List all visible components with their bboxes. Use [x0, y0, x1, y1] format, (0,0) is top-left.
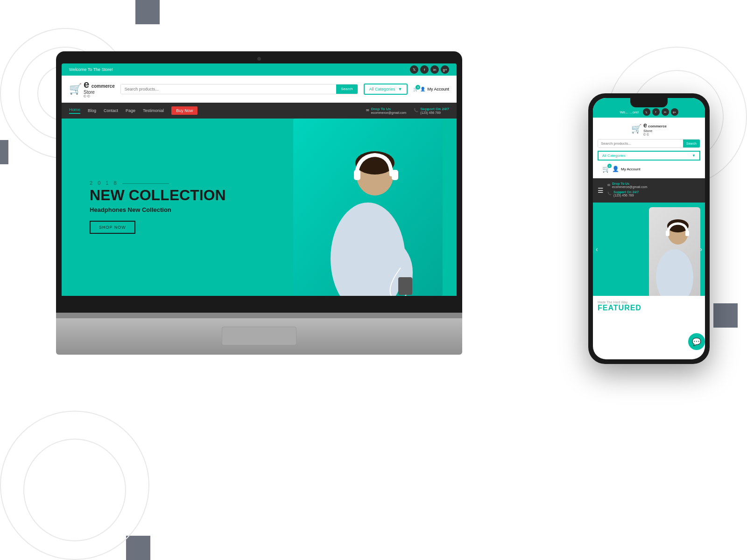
phone-facebook-icon: f [652, 108, 660, 116]
phone-user-icon: 👤 [612, 166, 619, 172]
phone-categories-label: All Categories [602, 154, 626, 158]
phone-googleplus-icon: g+ [671, 108, 678, 116]
phone-support-label: Support On 24/7 [613, 190, 639, 194]
laptop-base [56, 313, 462, 355]
phone-contact-info: ✉ Drop To Us ecommerce@gmail.com 📞 Suppo… [607, 182, 700, 199]
phone-my-account: My Account [621, 167, 640, 171]
phone-drop-to-info: Drop To Us ecommerce@gmail.com [612, 182, 648, 189]
support-label: Support On 24/7 [420, 107, 449, 111]
phone-person-svg [649, 207, 700, 296]
site-search[interactable]: Search [120, 84, 358, 94]
phone-screen: We... ...ore! 𝕏 f in g+ 🛒 e [593, 98, 705, 359]
nav-drop-to: ✉ Drop To Us ecommerce@gmail.com [366, 107, 407, 114]
hero-person-svg [293, 119, 443, 296]
deco-rect-2 [713, 303, 738, 328]
phone-cart-badge: 0 [607, 164, 612, 168]
svg-rect-4 [392, 170, 398, 180]
scene: Welcome To The Store! 𝕏 f in g+ 🛒 [0, 0, 747, 560]
nav-support: 📞 Support On 24/7 (123) 456 789 [414, 107, 449, 114]
laptop-hinge [56, 313, 462, 318]
categories-label: All Categories [369, 87, 395, 91]
logo-e: e [84, 78, 89, 90]
phone-drop-to: ✉ Drop To Us ecommerce@gmail.com [607, 182, 700, 189]
phone-twitter-icon: 𝕏 [643, 108, 650, 116]
nav-page[interactable]: Page [126, 108, 135, 113]
phone-search-button[interactable]: Search [683, 140, 700, 147]
phone-drop-label: Drop To Us [612, 182, 648, 185]
hero-image [293, 119, 443, 296]
cart-badge: 0 [416, 85, 420, 90]
phone-drop-email: ecommerce@gmail.com [612, 185, 648, 189]
shop-now-button[interactable]: SHOP NOW [90, 221, 135, 234]
buy-now-button[interactable]: Buy Now [171, 106, 197, 115]
drop-to-email: ecommerce@gmail.com [371, 111, 407, 114]
linkedin-icon: in [430, 65, 439, 74]
phone-linkedin-icon: in [662, 108, 669, 116]
search-button[interactable]: Search [336, 84, 357, 94]
phone-hero-image [649, 207, 700, 296]
laptop-screen-outer: Welcome To The Store! 𝕏 f in g+ 🛒 [56, 51, 462, 315]
search-input[interactable] [121, 84, 336, 94]
phone-logo-commerce: commerce [648, 124, 667, 128]
phone-notch [630, 98, 668, 107]
categories-dropdown[interactable]: All Categories ▼ [364, 84, 408, 95]
hero-title: NEW COLLECTION [90, 188, 226, 203]
phone-hero-next[interactable]: › [700, 245, 702, 253]
chat-button[interactable]: 💬 [688, 333, 705, 350]
laptop: Welcome To The Store! 𝕏 f in g+ 🛒 [56, 51, 462, 355]
phone-categories-dropdown[interactable]: All Categories ▼ [598, 151, 700, 161]
phone-account-bar: 🛒 0 👤 My Account [598, 163, 700, 175]
support-phone: (123) 456 789 [420, 111, 449, 114]
logo-commerce: commerce [92, 84, 115, 89]
cart-logo-icon: 🛒 [69, 83, 82, 95]
phone-social-icons: We... ...ore! 𝕏 f in g+ [620, 108, 678, 116]
laptop-screen: Welcome To The Store! 𝕏 f in g+ 🛒 [62, 63, 457, 312]
phone-hero-prev[interactable]: ‹ [596, 245, 598, 253]
site-header: 🛒 e commerce Store © © Search [62, 76, 457, 103]
facebook-icon: f [420, 65, 429, 74]
hero-year: 2 0 1 8 [90, 180, 226, 186]
phone-header: 🛒 e commerce Store © © Search [593, 118, 705, 178]
drop-to-label: Drop To Us [371, 107, 407, 111]
email-icon: ✉ [366, 108, 369, 112]
phone-hero: ‹ › [593, 203, 705, 296]
phone-search-input[interactable] [598, 140, 683, 147]
nav-contact[interactable]: Contact [104, 108, 118, 113]
support-info: Support On 24/7 (123) 456 789 [420, 107, 449, 114]
phone-cart-icon: 🛒 [631, 124, 641, 134]
phone-search[interactable]: Search [598, 139, 700, 148]
phone-logo-store: Store [643, 129, 667, 133]
bg-circle-5 [23, 439, 126, 541]
nav-home[interactable]: Home [69, 107, 80, 114]
site-hero: 2 0 1 8 NEW COLLECTION Headphones New Co… [62, 119, 457, 296]
googleplus-icon: g+ [441, 65, 449, 74]
phone-menu-icon[interactable]: ☰ [598, 187, 604, 194]
phone-logo: 🛒 e commerce Store © © [598, 121, 700, 136]
phone-logo-icons: © © [643, 133, 667, 136]
phone-featured-title: FEATURED [598, 304, 700, 312]
logo-sub-icons: © © [84, 95, 115, 99]
nav-contact-info: ✉ Drop To Us ecommerce@gmail.com 📞 Suppo… [366, 107, 449, 114]
phone-support-info: Support On 24/7 (123) 456 789 [613, 190, 639, 197]
cart-icon-wrap[interactable]: 🛒 0 [413, 87, 418, 91]
welcome-text: Welcome To The Store! [69, 67, 113, 72]
phone-dropdown-arrow: ▼ [692, 154, 696, 158]
svg-rect-9 [666, 231, 669, 236]
hero-subtitle: Headphones New Collection [90, 206, 226, 213]
phone-welcome: We... ...ore! [620, 110, 639, 114]
nav-testimonial[interactable]: Testimonial [143, 108, 164, 113]
twitter-icon: 𝕏 [410, 65, 418, 74]
phone-logo-e: e [643, 121, 647, 129]
phone-nav-bar: ☰ ✉ Drop To Us ecommerce@gmail.com 📞 [593, 178, 705, 203]
logo-text: e commerce Store © © [84, 79, 115, 99]
dropdown-arrow: ▼ [398, 87, 402, 91]
svg-rect-10 [685, 231, 689, 236]
site-nav: Home Blog Contact Page Testimonial Buy N… [62, 103, 457, 119]
phone-phone-icon: 📞 [607, 192, 612, 196]
phone-featured: Made The Hard Way FEATURED [593, 296, 705, 317]
laptop-webcam [257, 57, 261, 61]
site-top-bar: Welcome To The Store! 𝕏 f in g+ [62, 63, 457, 76]
phone-logo-text: e commerce Store © © [643, 121, 667, 136]
phone-cart-wrap[interactable]: 🛒 0 [602, 165, 610, 173]
nav-blog[interactable]: Blog [88, 108, 96, 113]
